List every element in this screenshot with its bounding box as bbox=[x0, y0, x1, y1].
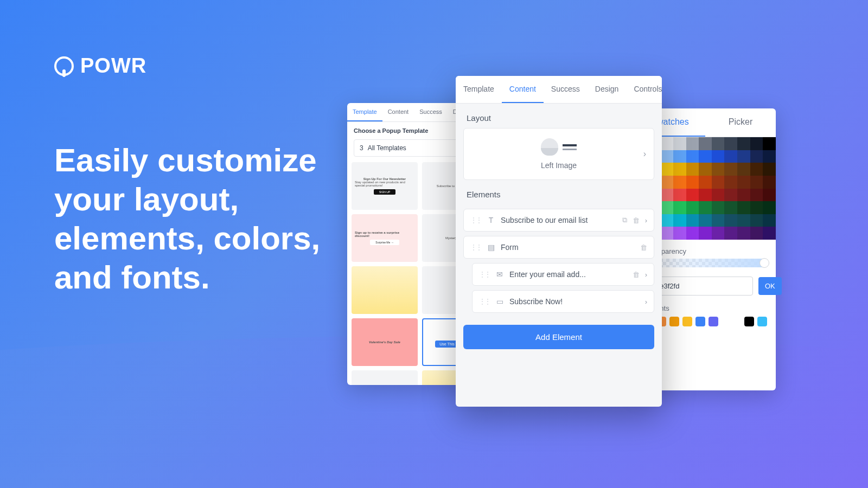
swatch[interactable] bbox=[763, 189, 776, 202]
swatch[interactable] bbox=[686, 137, 699, 150]
ok-button[interactable]: OK bbox=[758, 277, 782, 295]
swatch[interactable] bbox=[686, 214, 699, 227]
swatch[interactable] bbox=[724, 176, 737, 189]
tab-template[interactable]: Template bbox=[456, 76, 502, 103]
swatch[interactable] bbox=[712, 137, 725, 150]
swatch[interactable] bbox=[712, 163, 725, 176]
swatch[interactable] bbox=[763, 137, 776, 150]
swatch[interactable] bbox=[763, 176, 776, 189]
swatch[interactable] bbox=[699, 176, 712, 189]
swatch[interactable] bbox=[712, 189, 725, 202]
swatch[interactable] bbox=[712, 227, 725, 240]
element-form[interactable]: ⋮⋮ ▤ Form 🗑 bbox=[463, 236, 654, 259]
layout-selector[interactable]: Left Image › bbox=[463, 128, 654, 180]
drag-handle-icon[interactable]: ⋮⋮ bbox=[479, 271, 490, 278]
copy-icon[interactable]: ⧉ bbox=[622, 216, 627, 224]
swatch[interactable] bbox=[660, 214, 673, 227]
swatch[interactable] bbox=[699, 214, 712, 227]
trash-icon[interactable]: 🗑 bbox=[633, 216, 640, 224]
slider-thumb[interactable] bbox=[760, 258, 769, 268]
swatch[interactable] bbox=[673, 176, 686, 189]
swatch[interactable] bbox=[750, 201, 763, 214]
tab-content[interactable]: Content bbox=[382, 103, 414, 121]
swatch[interactable] bbox=[699, 150, 712, 163]
template-card[interactable]: Sign Up For Our NewsletterStay updated o… bbox=[352, 162, 418, 210]
add-element-button[interactable]: Add Element bbox=[463, 325, 654, 349]
recent-swatch[interactable] bbox=[709, 317, 718, 326]
drag-handle-icon[interactable]: ⋮⋮ bbox=[470, 216, 481, 224]
swatch[interactable] bbox=[699, 137, 712, 150]
swatch[interactable] bbox=[660, 163, 673, 176]
swatch[interactable] bbox=[763, 150, 776, 163]
swatch[interactable] bbox=[750, 176, 763, 189]
swatch[interactable] bbox=[737, 163, 750, 176]
swatch[interactable] bbox=[737, 189, 750, 202]
swatch[interactable] bbox=[673, 189, 686, 202]
swatch[interactable] bbox=[724, 163, 737, 176]
swatch[interactable] bbox=[673, 214, 686, 227]
recent-swatch[interactable] bbox=[669, 317, 679, 326]
swatch[interactable] bbox=[724, 227, 737, 240]
swatch[interactable] bbox=[750, 189, 763, 202]
swatch[interactable] bbox=[737, 176, 750, 189]
swatch[interactable] bbox=[737, 201, 750, 214]
tab-content[interactable]: Content bbox=[502, 76, 544, 103]
swatch[interactable] bbox=[750, 163, 763, 176]
tab-success[interactable]: Success bbox=[414, 103, 448, 121]
swatch[interactable] bbox=[712, 150, 725, 163]
tab-success[interactable]: Success bbox=[544, 76, 588, 103]
swatch[interactable] bbox=[673, 227, 686, 240]
swatch[interactable] bbox=[763, 227, 776, 240]
template-card[interactable]: Sign up to receive a surprise discount!S… bbox=[352, 214, 418, 262]
swatch[interactable] bbox=[673, 137, 686, 150]
swatch[interactable] bbox=[686, 227, 699, 240]
swatch[interactable] bbox=[737, 227, 750, 240]
tab-picker[interactable]: Picker bbox=[705, 108, 776, 137]
swatch[interactable] bbox=[660, 227, 673, 240]
element-text[interactable]: ⋮⋮ T Subscribe to our email list ⧉ 🗑 › bbox=[463, 209, 654, 232]
swatch[interactable] bbox=[750, 227, 763, 240]
swatch[interactable] bbox=[686, 176, 699, 189]
tab-controls[interactable]: Controls bbox=[626, 76, 669, 103]
hex-input[interactable] bbox=[650, 277, 753, 296]
recent-swatch[interactable] bbox=[682, 317, 692, 326]
template-card[interactable] bbox=[352, 266, 418, 314]
template-card[interactable]: Sign up for our newsletter to stay in th… bbox=[352, 370, 418, 385]
swatch[interactable] bbox=[737, 150, 750, 163]
swatch[interactable] bbox=[660, 137, 673, 150]
swatch[interactable] bbox=[660, 176, 673, 189]
swatch[interactable] bbox=[750, 150, 763, 163]
recent-swatch[interactable] bbox=[695, 317, 705, 326]
swatch[interactable] bbox=[750, 137, 763, 150]
swatch[interactable] bbox=[673, 150, 686, 163]
swatch[interactable] bbox=[673, 201, 686, 214]
swatch[interactable] bbox=[737, 214, 750, 227]
element-button[interactable]: ⋮⋮ ▭ Subscribe Now! › bbox=[472, 290, 654, 313]
swatch[interactable] bbox=[724, 150, 737, 163]
swatch[interactable] bbox=[660, 189, 673, 202]
template-card[interactable]: Valentine's Day Sale bbox=[352, 318, 418, 366]
swatch[interactable] bbox=[724, 189, 737, 202]
swatch[interactable] bbox=[712, 176, 725, 189]
swatch[interactable] bbox=[724, 214, 737, 227]
swatch[interactable] bbox=[724, 201, 737, 214]
trash-icon[interactable]: 🗑 bbox=[633, 271, 640, 279]
swatch[interactable] bbox=[699, 201, 712, 214]
swatch[interactable] bbox=[686, 201, 699, 214]
drag-handle-icon[interactable]: ⋮⋮ bbox=[470, 243, 481, 251]
swatch[interactable] bbox=[763, 214, 776, 227]
swatch[interactable] bbox=[750, 214, 763, 227]
swatch[interactable] bbox=[712, 214, 725, 227]
swatch[interactable] bbox=[660, 150, 673, 163]
tab-template[interactable]: Template bbox=[347, 103, 382, 121]
swatch[interactable] bbox=[712, 201, 725, 214]
swatch[interactable] bbox=[686, 150, 699, 163]
swatch[interactable] bbox=[724, 137, 737, 150]
swatch[interactable] bbox=[737, 137, 750, 150]
tab-design[interactable]: Design bbox=[588, 76, 627, 103]
swatch[interactable] bbox=[660, 201, 673, 214]
swatch[interactable] bbox=[763, 163, 776, 176]
element-email[interactable]: ⋮⋮ ✉ Enter your email add... 🗑 › bbox=[472, 263, 654, 286]
swatch[interactable] bbox=[686, 189, 699, 202]
swatch[interactable] bbox=[699, 227, 712, 240]
